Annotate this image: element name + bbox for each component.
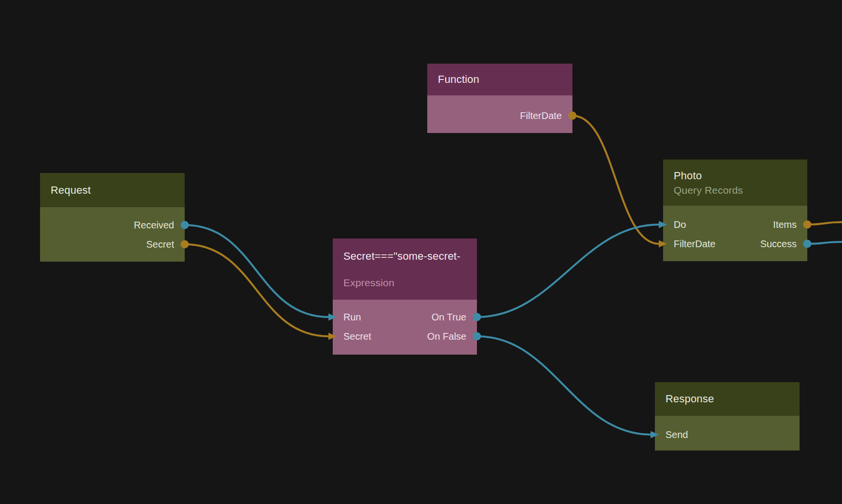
node-graph-canvas[interactable]: RequestReceivedSecretFunctionFilterDateS… <box>0 0 842 504</box>
input-port-label[interactable]: Send <box>665 427 688 442</box>
output-port-label[interactable]: Secret <box>146 237 174 252</box>
input-port-label[interactable]: Run <box>343 310 361 324</box>
input-port-label[interactable]: Do <box>674 217 686 232</box>
node-photo[interactable]: PhotoQuery RecordsDoFilterDateItemsSucce… <box>663 159 807 261</box>
node-title: Secret==="some-secret- <box>343 250 477 263</box>
node-header[interactable]: Response <box>655 382 800 416</box>
node-title: Function <box>438 73 572 86</box>
node-title: Photo <box>674 169 807 183</box>
node-response[interactable]: ResponseSend <box>655 382 800 451</box>
node-subtitle: Query Records <box>674 184 807 197</box>
node-title: Request <box>51 184 185 197</box>
wire[interactable] <box>185 244 329 336</box>
input-port-label[interactable]: FilterDate <box>674 237 716 251</box>
node-title: Response <box>665 392 800 406</box>
wire[interactable] <box>477 336 651 435</box>
wire[interactable] <box>185 225 329 317</box>
output-port-label[interactable]: Received <box>134 218 174 232</box>
output-port-label[interactable]: On True <box>432 310 466 324</box>
node-header[interactable]: Secret==="some-secret-Expression <box>333 239 477 300</box>
node-body[interactable] <box>40 207 185 262</box>
wire[interactable] <box>477 225 659 317</box>
node-body[interactable] <box>663 206 807 261</box>
node-body[interactable] <box>333 300 477 355</box>
node-request[interactable]: RequestReceivedSecret <box>40 173 185 262</box>
node-header[interactable]: Request <box>40 173 185 207</box>
output-port-label[interactable]: Success <box>760 237 797 251</box>
node-header[interactable]: PhotoQuery Records <box>663 159 807 206</box>
node-function[interactable]: FunctionFilterDate <box>427 64 572 133</box>
node-subtitle: Expression <box>343 277 477 289</box>
output-port-label[interactable]: On False <box>427 329 466 344</box>
wire[interactable] <box>572 116 659 244</box>
input-port-label[interactable]: Secret <box>343 329 371 344</box>
output-port-label[interactable]: FilterDate <box>520 108 562 123</box>
node-header[interactable]: Function <box>427 64 572 95</box>
wire[interactable] <box>807 242 842 244</box>
node-expression[interactable]: Secret==="some-secret-ExpressionRunSecre… <box>333 239 477 355</box>
output-port-label[interactable]: Items <box>773 217 797 232</box>
wire[interactable] <box>807 222 842 225</box>
